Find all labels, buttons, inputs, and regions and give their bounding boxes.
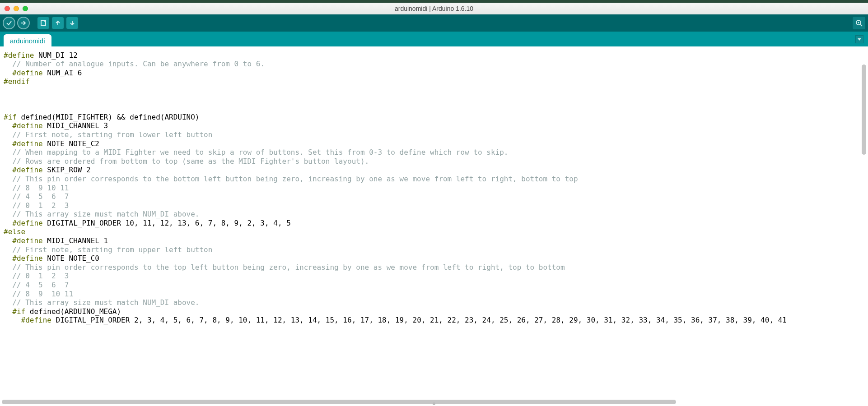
code-comment: // This pin order corresponds to the bot…	[4, 175, 578, 183]
scrollbar-thumb[interactable]	[2, 400, 676, 404]
code-token: #define	[4, 69, 43, 77]
code-comment: // This array size must match NUM_DI abo…	[4, 210, 199, 218]
resize-grip-icon	[433, 402, 435, 405]
code-token: NUM_DI 12	[34, 51, 77, 60]
upload-button[interactable]	[17, 17, 30, 29]
code-comment: // Rows are ordered from bottom to top (…	[4, 157, 369, 166]
code-token: #define	[4, 254, 43, 263]
svg-marker-7	[858, 38, 861, 41]
toolbar	[0, 14, 868, 32]
code-comment: // This pin order corresponds to the top…	[4, 263, 565, 272]
code-token: #define	[4, 51, 34, 60]
svg-point-6	[858, 22, 859, 23]
code-comment: // 4 5 6 7	[4, 192, 69, 201]
code-comment: // 0 1 2 3	[4, 272, 69, 280]
code-token: MIDI_CHANNEL 1	[43, 236, 108, 245]
save-button[interactable]	[66, 17, 79, 29]
minimize-icon[interactable]	[14, 6, 19, 11]
vertical-scrollbar[interactable]	[861, 46, 867, 398]
code-token: #define	[4, 236, 43, 245]
code-comment: // 8 9 10 11	[4, 290, 73, 298]
serial-monitor-button[interactable]	[853, 17, 865, 29]
code-comment: // When mapping to a MIDI Fighter we nee…	[4, 148, 508, 157]
scrollbar-thumb[interactable]	[862, 65, 866, 155]
code-token: SKIP_ROW 2	[43, 166, 91, 174]
code-token: DIGITAL_PIN_ORDER 2, 3, 4, 5, 6, 7, 8, 9…	[51, 316, 787, 324]
code-token: #if	[4, 307, 25, 316]
code-token: defined(ARDUINO_MEGA)	[25, 307, 121, 316]
tab-menu-button[interactable]	[855, 35, 863, 43]
code-token: #if	[4, 113, 17, 121]
window-titlebar: arduinomidi | Arduino 1.6.10	[0, 3, 868, 14]
code-token: defined(MIDI_FIGHTER) && defined(ARDUINO…	[17, 113, 200, 121]
code-comment: // First note, starting from upper left …	[4, 245, 212, 254]
open-button[interactable]	[51, 17, 64, 29]
code-token: #define	[4, 121, 43, 130]
close-icon[interactable]	[5, 6, 10, 11]
code-token: #define	[4, 316, 51, 324]
code-token: #define	[4, 139, 43, 148]
code-token: #else	[4, 227, 25, 236]
zoom-icon[interactable]	[23, 6, 28, 11]
traffic-lights	[5, 6, 28, 11]
code-editor[interactable]: #define NUM_DI 12 // Number of analogue …	[0, 46, 868, 406]
svg-line-5	[860, 24, 862, 26]
code-token: NOTE NOTE_C0	[43, 254, 99, 263]
verify-button[interactable]	[3, 17, 15, 29]
code-comment: // First note, starting from lower left …	[4, 130, 212, 139]
new-button[interactable]	[37, 17, 50, 29]
code-comment: // 0 1 2 3	[4, 201, 69, 210]
tab-strip: arduinomidi	[0, 32, 868, 46]
code-token: NOTE NOTE_C2	[43, 139, 99, 148]
window-title: arduinomidi | Arduino 1.6.10	[395, 5, 473, 12]
code-token: NUM_AI 6	[43, 69, 82, 77]
code-comment: // 8 9 10 11	[4, 184, 69, 192]
code-token: DIGITAL_PIN_ORDER 10, 11, 12, 13, 6, 7, …	[43, 219, 291, 227]
code-comment: // This array size must match NUM_DI abo…	[4, 298, 199, 307]
code-token: #endif	[4, 77, 30, 86]
tab-arduinomidi[interactable]: arduinomidi	[4, 34, 51, 47]
code-content: #define NUM_DI 12 // Number of analogue …	[0, 46, 868, 325]
code-token: #define	[4, 166, 43, 174]
code-comment: // 4 5 6 7	[4, 281, 69, 289]
code-token: MIDI_CHANNEL 3	[43, 121, 108, 130]
code-comment: // Number of analogue inputs. Can be any…	[4, 60, 265, 68]
code-token: #define	[4, 219, 43, 227]
